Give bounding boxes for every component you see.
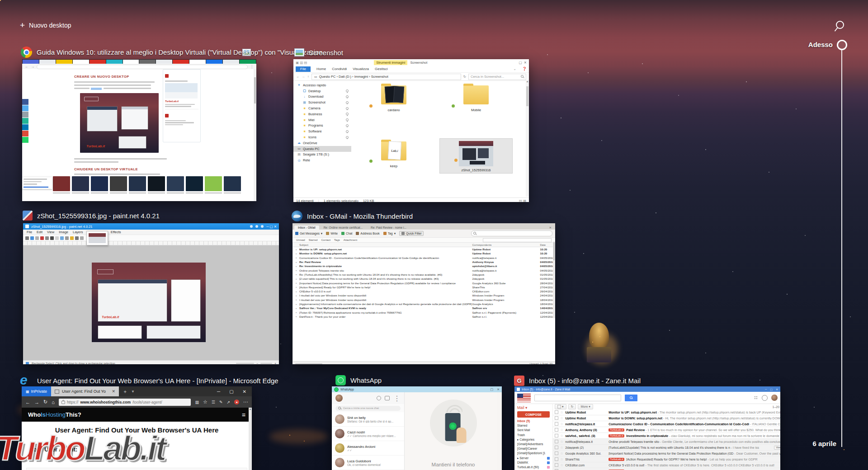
whatsapp-window-thumbnail[interactable]: WhatsApp ▢✕ ⋮ Cerca o inizia una nuova c… — [332, 386, 502, 470]
hub-icon: ☰ — [212, 400, 215, 404]
timeline-now-marker[interactable] — [837, 40, 847, 50]
mini-window-c — [119, 136, 146, 148]
explorer-file-area: cardano Mobile Lab.i keep — [351, 81, 529, 197]
article-screenshot: TurboLab.it — [80, 93, 159, 153]
thunderbird-window-thumbnail[interactable]: Inbox - GMail Re: Ordine recente certifi… — [292, 223, 555, 364]
chat-avatar — [335, 443, 344, 453]
video-thumbnail — [91, 176, 108, 193]
star-icon: ☆ — [560, 434, 563, 438]
explorer-window-thumbnail[interactable]: ▣ ▥ ▤ Strumenti immagini Screenshot ▢ ✕ … — [293, 59, 529, 202]
thunderbird-card-title[interactable]: Inbox - GMail - Mozilla Thunderbird — [292, 211, 413, 221]
refresh-icon: ↻ — [43, 399, 47, 405]
nav-item: Icons — [293, 134, 351, 140]
social-share-button — [22, 105, 28, 111]
chrome-window-thumbnail[interactable]: ←→ ⋮ CREARE UN NUOVO DESKTOP TurboLab.it — [22, 59, 256, 201]
message-rows: ● Monitor is UP: setup.phporn.net Uptime… — [293, 247, 555, 319]
chrome-card-title[interactable]: Guida Windows 10: utilizzare al meglio i… — [21, 47, 328, 58]
nav-item: Desktop — [293, 88, 351, 94]
pin-icon — [346, 113, 349, 115]
mini-toolbar — [23, 235, 279, 241]
mini-explorer-titlebar: ▣ ▥ ▤ Strumenti immagini Screenshot ▢ ✕ — [293, 59, 529, 66]
mini-ribbon: File Home Condividi Visualizza Gestisci … — [293, 66, 529, 73]
mini-statusbar: 14 elementi | 1 elemento selezionato 123… — [293, 197, 529, 202]
message-list: Subject Correspondents Date ● Monitor is… — [293, 243, 555, 361]
mail-window-thumbnail[interactable]: Inbox (5) - info@zane.it - Zane.it Mail … — [514, 386, 780, 470]
article-heading: CHIUDERE UN DESKTOP VIRTUALE — [74, 167, 138, 171]
explorer-icon — [294, 48, 304, 56]
mail-nav-item: Inbox (5) — [517, 419, 550, 423]
video-thumbnail — [53, 176, 70, 193]
hand-illustration — [456, 428, 466, 443]
mini-tab — [23, 60, 39, 64]
message-row: ● [Important Notice] Data processing ter… — [293, 281, 555, 285]
image-thumbnail — [459, 141, 493, 166]
status-icon — [377, 396, 381, 400]
mini-tab — [73, 60, 89, 64]
cathedral-dome — [587, 323, 611, 362]
mini-mail-titlebar: Inbox (5) - info@zane.it - Zane.it Mail … — [514, 386, 780, 392]
mini-tab — [139, 60, 156, 64]
mini-wa-titlebar: WhatsApp ▢✕ — [332, 386, 502, 392]
nav-item: Seagate 1TB (S:) — [293, 152, 351, 158]
nav-item: Business — [293, 111, 351, 117]
search-icon[interactable] — [834, 20, 847, 33]
mini-back-icon: ← — [25, 65, 28, 69]
nav-item-icon — [302, 95, 307, 98]
mail-tab: Inbox - GMail — [294, 226, 319, 230]
text-line-placeholder — [104, 88, 151, 89]
mail-row: ☆ notifica@telepass.it Comunicazione Cod… — [553, 421, 780, 427]
checkbox-icon — [555, 446, 558, 449]
paintnet-card-title[interactable]: zShot_1525599316.jpg - paint.net 4.0.21 — [23, 211, 160, 221]
text-line-placeholder — [74, 158, 167, 160]
pin-icon — [346, 130, 349, 133]
message-row: ● I risultati del voto per Windows Insid… — [293, 298, 555, 302]
mini-menubar: FileEditView ImageLayersAdjustments Effe… — [23, 230, 279, 235]
mini-window-a — [87, 107, 117, 131]
message-row: ● [Aggiornamento] Informazioni sulla con… — [293, 302, 555, 306]
tool-icon — [45, 236, 49, 240]
window-controls: ─▢✕ — [765, 388, 778, 391]
video-strip — [53, 176, 241, 193]
star-icon: ☆ — [560, 410, 563, 414]
tab-favicon — [55, 390, 59, 394]
mini-tab — [206, 60, 222, 64]
whatsapp-card-title[interactable]: WhatsApp — [335, 375, 382, 385]
explorer-card-title[interactable]: Screenshot — [294, 48, 343, 56]
paintnet-window-thumbnail[interactable]: zShot_1525599316.jpg - paint.net 4.0.21 … — [23, 223, 279, 364]
new-desktop-button[interactable]: + Nuovo desktop — [20, 21, 71, 29]
edge-card-title[interactable]: e User Agent: Find Out Your Web Browser'… — [20, 374, 278, 387]
message-row: ● Re: Paid Review Anthony Kinyua 04/05/2… — [293, 260, 555, 264]
mini-new-desktop-chip — [84, 97, 99, 101]
mail-nav-item: [Gmail]/Advertisers — [517, 442, 550, 446]
nav-item-icon — [302, 130, 307, 133]
thunderbird-window-title: Inbox - GMail - Mozilla Thunderbird — [307, 212, 413, 220]
nav-item: Camera — [293, 105, 351, 111]
apps-grid-icon — [754, 396, 758, 400]
mail-nav-item: Starred — [517, 423, 550, 428]
timeline-scrubber[interactable] — [841, 50, 842, 447]
mail-nav-item: DMARK — [517, 461, 550, 465]
app-icon — [334, 387, 339, 392]
video-thumbnail — [110, 176, 127, 193]
tool-icon — [70, 236, 74, 240]
favorite-star-icon: ☆ — [203, 399, 208, 405]
mini-paint-titlebar: zShot_1525599316.jpg - paint.net 4.0.21 … — [23, 223, 279, 230]
explorer-window-title: Screenshot — [309, 49, 343, 56]
mail-card-title[interactable]: G Inbox (5) - info@zane.it - Zane.it Mai… — [514, 376, 641, 386]
message-row: ● Comunicazione Codice ID - Communicatio… — [293, 256, 555, 260]
checkbox-icon — [555, 422, 558, 426]
chat-avatar — [335, 414, 344, 424]
message-row: ● Re: Investimento in criptovalute uptoh… — [293, 264, 555, 268]
tweet-avatar — [165, 114, 169, 118]
tab-close-icon: ✕ — [112, 389, 116, 394]
view-issue-button: View issue » — [774, 446, 780, 450]
tool-icon — [80, 236, 84, 240]
nav-item: Download — [293, 94, 351, 100]
paintnet-window-title: zShot_1525599316.jpg - paint.net 4.0.21 — [37, 212, 160, 220]
star-icon: ☆ — [560, 451, 563, 456]
pin-icon — [346, 118, 349, 121]
checkbox-icon — [555, 457, 558, 461]
profile-avatar — [335, 395, 343, 402]
mini-scrollbar: ▲ — [249, 408, 252, 470]
folder-tile: Mobile — [440, 85, 512, 112]
